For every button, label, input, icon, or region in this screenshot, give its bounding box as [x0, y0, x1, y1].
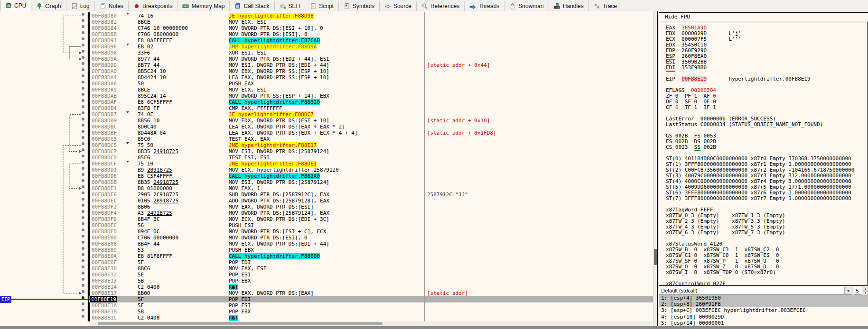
- bytes-cell: 5E: [138, 272, 144, 278]
- tab-script[interactable]: oScript: [305, 1, 339, 11]
- chevron-down-icon[interactable]: ▼: [844, 287, 852, 294]
- jump-direction-icon: [126, 44, 129, 46]
- registers-view[interactable]: EAX 36501A30EBX 0000029D L'ʝ'ECX 000007F…: [659, 22, 868, 286]
- tab-label: Trace: [603, 3, 617, 9]
- tab-handles[interactable]: Handles: [549, 1, 589, 11]
- trace-icon: [594, 3, 600, 9]
- snowman-icon: [509, 3, 516, 9]
- tab-references[interactable]: References: [417, 1, 465, 11]
- bytes-cell: 5B: [138, 309, 144, 315]
- bytes-cell: 895C24 14: [138, 93, 166, 99]
- bytes-cell: 8B56 10: [138, 118, 159, 124]
- bytes-cell: 8B06: [138, 204, 150, 210]
- comment-cell: 2587912C:"JJ": [427, 192, 468, 198]
- bytes-cell: 74 0E: [138, 111, 153, 118]
- register-line[interactable]: x87ControlWord 027F: [666, 281, 867, 286]
- tab-label: Memory Map: [191, 3, 224, 9]
- bytes-cell: C706 08000000: [138, 31, 178, 37]
- bytes-cell: 0105 28918725: [138, 198, 178, 204]
- calling-convention-select[interactable]: Default (stdcall) ▼: [659, 287, 852, 295]
- bytes-cell: 8D0C40: [138, 124, 157, 130]
- register-line[interactable]: x87TW_6 3 (Empty) x87TW_7 3 (Empty): [666, 230, 867, 236]
- tab-trace[interactable]: Trace: [589, 1, 622, 11]
- tab-graph[interactable]: Graph: [31, 1, 66, 11]
- graph-icon: [36, 3, 43, 9]
- argument-row[interactable]: 2: [esp+8] 260F91F8: [659, 301, 868, 307]
- tab-memory-map[interactable]: Memory Map: [177, 1, 230, 11]
- bytes-cell: E8 0AEFFFFF: [138, 37, 172, 44]
- tab-symbols[interactable]: Symbols: [339, 1, 380, 11]
- calling-convention-row: Default (stdcall) ▼ 5 ▲ ▼: [659, 286, 868, 295]
- jump-direction-icon: [126, 111, 129, 113]
- threads-icon: [469, 3, 476, 9]
- argument-row[interactable]: 5: [esp+14] 00000001: [659, 320, 868, 326]
- register-line[interactable]: x87SW_I 0 x87SW_TOP 0 (ST0=x87r0): [666, 270, 867, 275]
- tab-label: Symbols: [353, 3, 374, 9]
- arg-count-input[interactable]: 5: [854, 287, 862, 295]
- bytes-cell: A3 24918725: [138, 210, 172, 216]
- tab-label: Call Stack: [243, 3, 269, 9]
- bytes-cell: 85F6: [138, 155, 150, 161]
- register-line[interactable]: EDI 353F9BB0: [666, 65, 867, 71]
- disassembly-pane[interactable]: 00F88D8074 16JE hyperlightdrifter.F88D98…: [0, 11, 653, 326]
- argument-row[interactable]: 4: [esp+10] 0000029D: [659, 314, 868, 320]
- tab-log[interactable]: Log: [66, 1, 95, 11]
- tab-label: SEH: [289, 3, 300, 9]
- hide-fpu-button[interactable]: Hide FPU: [659, 12, 868, 21]
- register-line[interactable]: ST(7) 3FFF8000000000000000 x87r7 Empty 1…: [666, 196, 867, 201]
- tab-threads[interactable]: Threads: [465, 1, 504, 11]
- source-icon: <>: [384, 3, 391, 9]
- register-line[interactable]: LastStatus C0000034 (STATUS_OBJECT_NAME_…: [666, 122, 867, 128]
- jump-direction-icon: [126, 13, 129, 15]
- tab-call-stack[interactable]: Call Stack: [230, 1, 274, 11]
- tab-cpu[interactable]: 32CPU: [0, 0, 31, 11]
- cpu-icon: 32: [5, 2, 12, 9]
- bytes-cell: 8BCE: [138, 19, 150, 25]
- register-line[interactable]: CF 0 TF 1 IF 1: [666, 105, 867, 110]
- arguments-list: 1: [esp+4] 365019502: [esp+8] 260F91F83:…: [659, 295, 868, 326]
- arg-count-spinner[interactable]: ▲ ▼: [863, 287, 868, 295]
- bytes-cell: 5E: [138, 302, 144, 309]
- call-stack-icon: [234, 3, 241, 9]
- bytes-cell: 5B: [138, 278, 144, 284]
- comment-column-divider[interactable]: [424, 12, 425, 321]
- tab-label: Handles: [563, 3, 584, 9]
- tab-label: Script: [319, 3, 334, 9]
- horizontal-scrollbar[interactable]: [89, 321, 652, 326]
- bytes-cell: 8B00: [138, 290, 150, 296]
- bytes-cell: 8977 44: [138, 56, 159, 62]
- bytes-cell: 8B4F 3C: [138, 216, 159, 222]
- bytes-cell: 894E 0C: [138, 228, 159, 235]
- bytes-cell: B8 01000000: [138, 185, 172, 192]
- bottom-bar: [0, 326, 868, 329]
- bytes-cell: 8B35 24918725: [138, 148, 178, 155]
- tab-source[interactable]: <>Source: [380, 1, 417, 11]
- horizontal-scrollbar-thumb[interactable]: [98, 322, 383, 325]
- tab-label: Breakpoints: [142, 3, 172, 9]
- bytes-cell: 85C0: [138, 136, 150, 142]
- tab-breakpoints[interactable]: Breakpoints: [129, 1, 177, 11]
- bytes-cell: 53: [138, 247, 144, 253]
- register-line[interactable]: CS 0023 SS 002B: [666, 145, 867, 150]
- spin-up-icon[interactable]: ▲: [863, 287, 868, 291]
- bytes-cell: E8 6CF5FFFF: [138, 99, 172, 105]
- argument-row[interactable]: 1: [esp+4] 36501950: [659, 295, 868, 301]
- bytes-cell: 8B5C24 10: [138, 68, 166, 74]
- comment-cell: [static addr + 0x1FD8]: [427, 130, 496, 136]
- tab-label: References: [430, 3, 459, 9]
- bytes-cell: 8B35 24918725: [138, 179, 178, 185]
- bytes-cell: 8D4424 10: [138, 74, 166, 81]
- bytes-cell: 8D448A 04: [138, 130, 166, 136]
- register-line[interactable]: EIP 00F88E19 hyperlightdrifter.00F88E19: [666, 76, 867, 82]
- seh-icon: [280, 3, 286, 9]
- tab-snowman[interactable]: Snowman: [504, 1, 549, 11]
- argument-row[interactable]: 3: [esp+C] 003EFCEC hyperlightdrifter.00…: [659, 307, 868, 313]
- bytes-cell: E8 C5F4FFFF: [138, 173, 172, 179]
- tab-notes[interactable]: Notes: [95, 1, 129, 11]
- jump-direction-icon: [126, 161, 129, 163]
- svg-text:<>: <>: [385, 4, 391, 9]
- tab-label: Log: [80, 3, 90, 9]
- tab-seh[interactable]: SEH: [275, 1, 306, 11]
- bytes-cell: 8BC6: [138, 265, 150, 272]
- log-icon: [71, 3, 78, 9]
